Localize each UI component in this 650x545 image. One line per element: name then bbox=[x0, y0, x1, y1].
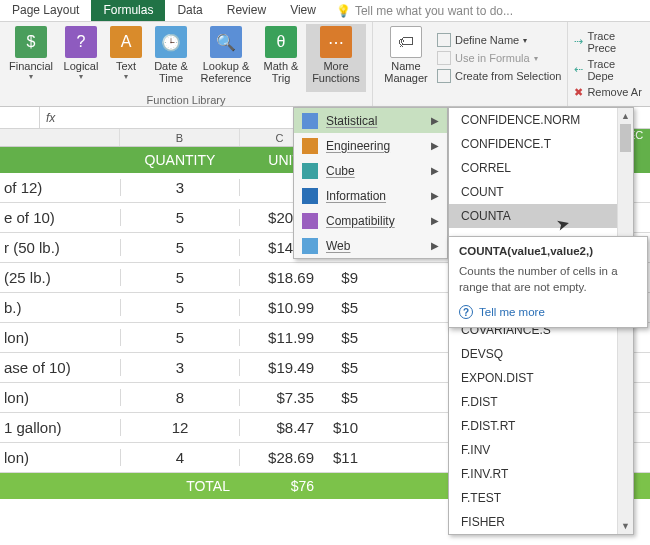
scroll-thumb[interactable] bbox=[620, 124, 631, 152]
ribbon-label: Name Manager bbox=[384, 60, 427, 84]
cell-unit-price[interactable]: $11.99 bbox=[240, 329, 320, 346]
cell-item[interactable]: of 12) bbox=[0, 179, 120, 196]
function-item[interactable]: F.DIST bbox=[449, 390, 633, 414]
cell-quantity[interactable]: 5 bbox=[120, 329, 240, 346]
ribbon-label: Financial bbox=[9, 60, 53, 72]
submenu-arrow-icon: ▶ bbox=[431, 215, 439, 226]
cell-quantity[interactable]: 12 bbox=[120, 419, 240, 436]
more-icon: ⋯ bbox=[320, 26, 352, 58]
lookup-icon: 🔍 bbox=[210, 26, 242, 58]
cell-unit-price[interactable]: $10.99 bbox=[240, 299, 320, 316]
logical-button[interactable]: ? Logical ▾ bbox=[56, 24, 106, 92]
col-header-A[interactable] bbox=[0, 129, 120, 146]
cell-ext[interactable]: $11 bbox=[320, 449, 360, 466]
cell-item[interactable]: lon) bbox=[0, 449, 120, 466]
cell-unit-price[interactable]: $8.47 bbox=[240, 419, 320, 436]
use-in-formula-button[interactable]: Use in Formula▾ bbox=[437, 51, 561, 65]
name-manager-button[interactable]: 🏷 Name Manager bbox=[379, 24, 433, 92]
total-value: $76 bbox=[240, 478, 320, 494]
submenu-arrow-icon: ▶ bbox=[431, 115, 439, 126]
cell-ext[interactable]: $10 bbox=[320, 419, 360, 436]
tab-view[interactable]: View bbox=[278, 0, 328, 21]
cell-item[interactable]: ase of 10) bbox=[0, 359, 120, 376]
submenu-arrow-icon: ▶ bbox=[431, 240, 439, 251]
scroll-down-icon[interactable]: ▼ bbox=[618, 518, 633, 534]
scroll-up-icon[interactable]: ▲ bbox=[618, 108, 633, 124]
submenu-arrow-icon: ▶ bbox=[431, 140, 439, 151]
category-icon bbox=[302, 188, 318, 204]
ribbon-label: More Functions bbox=[312, 60, 360, 84]
category-icon bbox=[302, 138, 318, 154]
function-item[interactable]: DEVSQ bbox=[449, 342, 633, 366]
more-functions-button[interactable]: ⋯ More Functions bbox=[306, 24, 366, 92]
cell-unit-price[interactable]: $28.69 bbox=[240, 449, 320, 466]
ribbon-label: Remove Ar bbox=[587, 86, 641, 98]
menu-label: Engineering bbox=[326, 139, 423, 153]
menu-item-compatibility[interactable]: Compatibility▶ bbox=[294, 208, 447, 233]
menu-item-cube[interactable]: Cube▶ bbox=[294, 158, 447, 183]
cell-unit-price[interactable]: $19.49 bbox=[240, 359, 320, 376]
function-item[interactable]: F.DIST.RT bbox=[449, 414, 633, 438]
cell-item[interactable]: e of 10) bbox=[0, 209, 120, 226]
function-item[interactable]: COUNT bbox=[449, 180, 633, 204]
cell-item[interactable]: lon) bbox=[0, 329, 120, 346]
function-item[interactable]: CONFIDENCE.NORM bbox=[449, 108, 633, 132]
menu-item-statistical[interactable]: Statistical▶ bbox=[294, 108, 447, 133]
dropdown-icon: ▾ bbox=[523, 36, 527, 45]
financial-button[interactable]: $ Financial ▾ bbox=[6, 24, 56, 92]
menu-item-information[interactable]: Information▶ bbox=[294, 183, 447, 208]
cell-quantity[interactable]: 5 bbox=[120, 299, 240, 316]
cell-item[interactable]: 1 gallon) bbox=[0, 419, 120, 436]
ribbon: $ Financial ▾ ? Logical ▾ A Text ▾ 🕒 Dat… bbox=[0, 22, 650, 107]
text-button[interactable]: A Text ▾ bbox=[106, 24, 146, 92]
function-item[interactable]: F.INV bbox=[449, 438, 633, 462]
cell-quantity[interactable]: 3 bbox=[120, 179, 240, 196]
trace-precedents-button[interactable]: ⇢Trace Prece bbox=[574, 30, 644, 54]
datetime-button[interactable]: 🕒 Date & Time bbox=[146, 24, 196, 92]
col-header-B[interactable]: B bbox=[120, 129, 240, 146]
cell-ext[interactable]: $5 bbox=[320, 299, 360, 316]
cell-quantity[interactable]: 3 bbox=[120, 359, 240, 376]
cell-quantity[interactable]: 5 bbox=[120, 269, 240, 286]
tell-me-more-link[interactable]: ? Tell me more bbox=[459, 305, 637, 319]
name-box[interactable] bbox=[0, 107, 40, 128]
mathtrig-button[interactable]: θ Math & Trig bbox=[256, 24, 306, 92]
category-icon bbox=[302, 163, 318, 179]
tab-formulas[interactable]: Formulas bbox=[91, 0, 165, 21]
function-item[interactable]: CORREL bbox=[449, 156, 633, 180]
tab-page-layout[interactable]: Page Layout bbox=[0, 0, 91, 21]
tell-me-search[interactable]: 💡 Tell me what you want to do... bbox=[336, 0, 513, 21]
cell-quantity[interactable]: 5 bbox=[120, 209, 240, 226]
menu-item-engineering[interactable]: Engineering▶ bbox=[294, 133, 447, 158]
cell-ext[interactable]: $9 bbox=[320, 269, 360, 286]
function-item[interactable]: EXPON.DIST bbox=[449, 366, 633, 390]
cell-unit-price[interactable]: $7.35 bbox=[240, 389, 320, 406]
define-name-button[interactable]: Define Name▾ bbox=[437, 33, 561, 47]
function-item[interactable]: CONFIDENCE.T bbox=[449, 132, 633, 156]
menu-item-web[interactable]: Web▶ bbox=[294, 233, 447, 258]
remove-arrows-button[interactable]: ✖Remove Ar bbox=[574, 86, 644, 99]
trace-dependents-button[interactable]: ⇠Trace Depe bbox=[574, 58, 644, 82]
tab-review[interactable]: Review bbox=[215, 0, 278, 21]
create-from-selection-button[interactable]: Create from Selection bbox=[437, 69, 561, 83]
category-icon bbox=[302, 238, 318, 254]
cell-ext[interactable]: $5 bbox=[320, 389, 360, 406]
cell-quantity[interactable]: 8 bbox=[120, 389, 240, 406]
function-item[interactable]: FISHER bbox=[449, 510, 633, 534]
cell-item[interactable]: b.) bbox=[0, 299, 120, 316]
function-item[interactable]: F.TEST bbox=[449, 486, 633, 510]
lookup-button[interactable]: 🔍 Lookup & Reference bbox=[196, 24, 256, 92]
tab-data[interactable]: Data bbox=[165, 0, 214, 21]
cell-quantity[interactable]: 4 bbox=[120, 449, 240, 466]
cell-item[interactable]: r (50 lb.) bbox=[0, 239, 120, 256]
cell-item[interactable]: lon) bbox=[0, 389, 120, 406]
cell-item[interactable]: (25 lb.) bbox=[0, 269, 120, 286]
ribbon-label: Use in Formula bbox=[455, 52, 530, 64]
fx-icon[interactable]: fx bbox=[40, 111, 61, 125]
cell-ext[interactable]: $5 bbox=[320, 329, 360, 346]
cell-ext[interactable]: $5 bbox=[320, 359, 360, 376]
cell-quantity[interactable]: 5 bbox=[120, 239, 240, 256]
cell-unit-price[interactable]: $18.69 bbox=[240, 269, 320, 286]
function-item[interactable]: COUNTA bbox=[449, 204, 633, 228]
function-item[interactable]: F.INV.RT bbox=[449, 462, 633, 486]
